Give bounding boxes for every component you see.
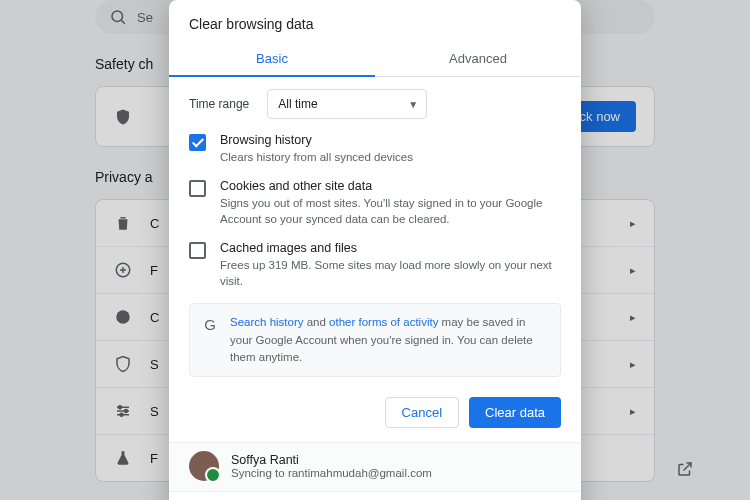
user-sync-status: Syncing to rantimahmudah@gmail.com [231, 467, 432, 479]
checkbox-browsing-history[interactable] [189, 134, 206, 151]
tab-basic[interactable]: Basic [169, 42, 375, 77]
option-cookies: Cookies and other site data Signs you ou… [189, 179, 561, 227]
option-label: Cached images and files [220, 241, 561, 255]
clear-data-button[interactable]: Clear data [469, 397, 561, 428]
other-activity-link[interactable]: other forms of activity [329, 316, 438, 328]
option-label: Cookies and other site data [220, 179, 561, 193]
user-name: Soffya Ranti [231, 453, 432, 467]
google-icon: G [202, 314, 218, 337]
option-desc: Frees up 319 MB. Some sites may load mor… [220, 257, 561, 289]
search-history-link[interactable]: Search history [230, 316, 304, 328]
time-range-select[interactable]: All time ▼ [267, 89, 427, 119]
time-range-value: All time [278, 97, 317, 111]
clear-browsing-data-dialog: Clear browsing data Basic Advanced Time … [169, 0, 581, 500]
footnote: To clear browsing data from this device … [169, 492, 581, 500]
cancel-button[interactable]: Cancel [385, 397, 459, 428]
option-desc: Clears history from all synced devices [220, 149, 561, 165]
dialog-title: Clear browsing data [169, 0, 581, 42]
time-range-label: Time range [189, 97, 249, 111]
checkbox-cached[interactable] [189, 242, 206, 259]
option-desc: Signs you out of most sites. You'll stay… [220, 195, 561, 227]
option-cached: Cached images and files Frees up 319 MB.… [189, 241, 561, 289]
tab-advanced[interactable]: Advanced [375, 42, 581, 76]
avatar [189, 451, 219, 481]
caret-down-icon: ▼ [408, 99, 418, 110]
synced-user-section: Soffya Ranti Syncing to rantimahmudah@gm… [169, 442, 581, 492]
option-browsing-history: Browsing history Clears history from all… [189, 133, 561, 165]
option-label: Browsing history [220, 133, 561, 147]
google-account-notice: G Search history and other forms of acti… [189, 303, 561, 377]
checkbox-cookies[interactable] [189, 180, 206, 197]
dialog-tabs: Basic Advanced [169, 42, 581, 77]
